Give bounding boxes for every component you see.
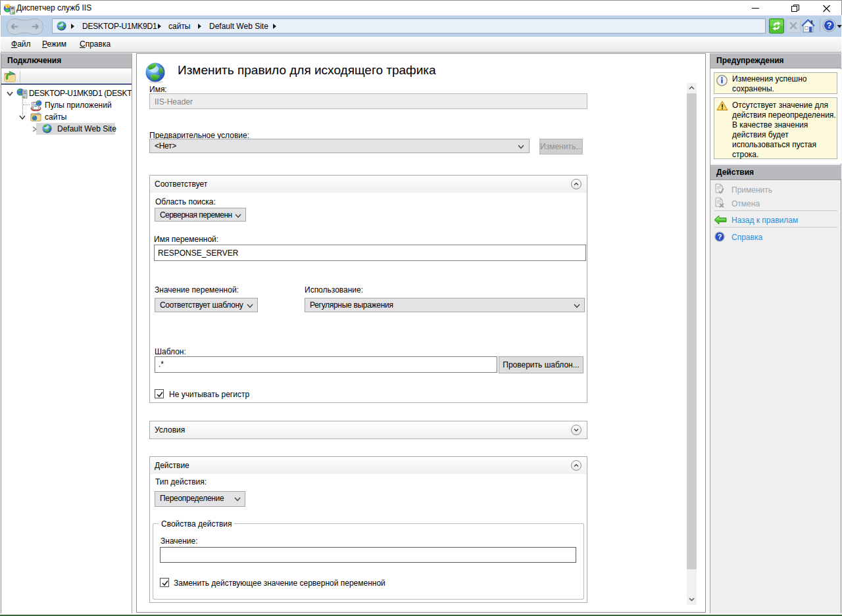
svg-text:?: ?	[718, 233, 722, 241]
svg-text:?: ?	[827, 21, 832, 30]
